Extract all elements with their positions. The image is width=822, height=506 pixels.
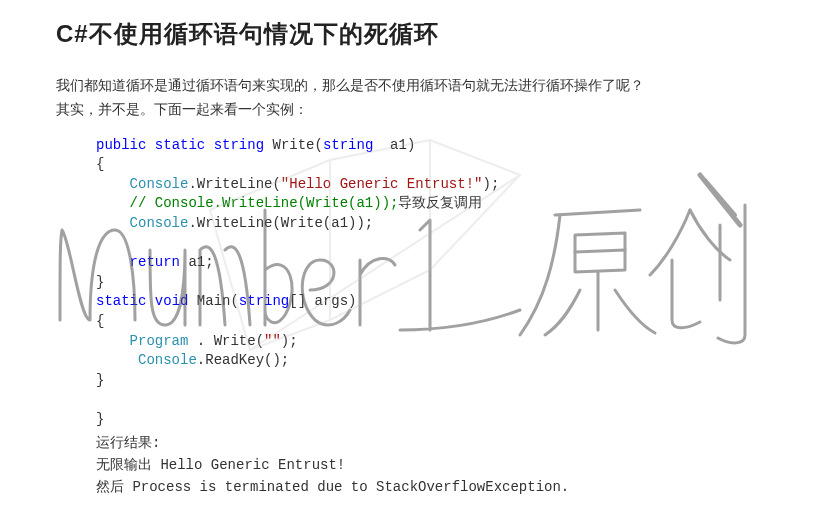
string-hello: "Hello Generic Entrust!" (281, 176, 483, 192)
kw-string-param: string (323, 137, 373, 153)
sig-end-1: a1) (373, 137, 415, 153)
sig-end-2: [] args) (289, 293, 356, 309)
code-block: public static string Write(string a1) { … (56, 136, 782, 430)
brace-close-2: } (96, 372, 104, 388)
kw-static: static (155, 137, 205, 153)
result-line-2: 然后 Process is terminated due to StackOve… (96, 476, 782, 498)
result-header: 运行结果: (96, 432, 782, 454)
brace-open-1: { (96, 156, 104, 172)
kw-static-2: static (96, 293, 146, 309)
empty-string: "" (264, 333, 281, 349)
method-name-main: Main( (188, 293, 238, 309)
result-block: 运行结果: 无限输出 Hello Generic Entrust! 然后 Pro… (56, 432, 782, 499)
brace-open-2: { (96, 313, 104, 329)
write-call: . Write( (188, 333, 264, 349)
brace-close-1: } (96, 274, 104, 290)
stmt-end-2: ); (281, 333, 298, 349)
return-val: a1; (180, 254, 214, 270)
brace-close-3: } (96, 411, 104, 427)
article-page: C#不使用循环语句情况下的死循环 我们都知道循环是通过循环语句来实现的，那么是否… (0, 0, 822, 506)
console-1: Console (130, 176, 189, 192)
comment-cn: 导致反复调用 (398, 195, 482, 211)
kw-public: public (96, 137, 146, 153)
comment-line: // Console.WriteLine(Write(a1)); (130, 195, 399, 211)
readkey-call: .ReadKey(); (197, 352, 289, 368)
writeline-2: .WriteLine(Write(a1)); (188, 215, 373, 231)
kw-string-ret: string (214, 137, 264, 153)
writeline-1: .WriteLine( (188, 176, 280, 192)
page-title: C#不使用循环语句情况下的死循环 (56, 18, 782, 50)
stmt-end-1: ); (482, 176, 499, 192)
program-call: Program (130, 333, 189, 349)
console-3: Console (138, 352, 197, 368)
intro-line-1: 我们都知道循环是通过循环语句来实现的，那么是否不使用循环语句就无法进行循环操作了… (56, 77, 644, 93)
kw-string-arr: string (239, 293, 289, 309)
kw-return: return (130, 254, 180, 270)
method-name-write: Write( (264, 137, 323, 153)
result-line-1: 无限输出 Hello Generic Entrust! (96, 454, 782, 476)
intro-line-2: 其实，并不是。下面一起来看一个实例： (56, 101, 308, 117)
intro-paragraph: 我们都知道循环是通过循环语句来实现的，那么是否不使用循环语句就无法进行循环操作了… (56, 74, 782, 122)
console-2: Console (130, 215, 189, 231)
kw-void: void (155, 293, 189, 309)
